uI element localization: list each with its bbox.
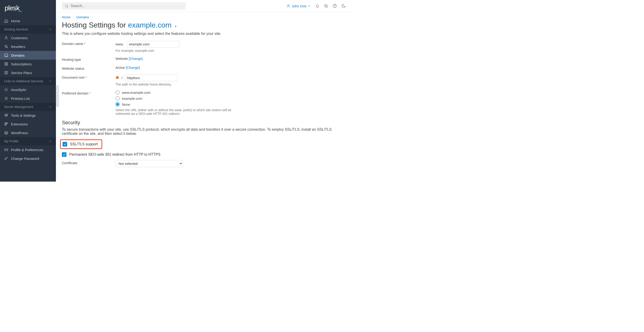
- cloud-off-icon[interactable]: [324, 4, 328, 8]
- sidebar-item-tools[interactable]: Tools & Settings: [0, 111, 56, 120]
- radio-checked-icon: [116, 102, 120, 106]
- sidebar-item-label: Process List: [11, 97, 30, 100]
- hosting-type-label: Hosting type: [62, 57, 116, 62]
- sidebar-item-resellers[interactable]: Resellers: [0, 42, 56, 51]
- sidebar: plesk Home Hosting Services Customers Re…: [0, 0, 56, 182]
- sidebar-item-wordpress[interactable]: WordPress: [0, 128, 56, 137]
- doc-root-input[interactable]: [125, 75, 178, 81]
- moon-icon[interactable]: [341, 4, 346, 8]
- svg-point-30: [335, 7, 335, 7]
- chevron-right-icon: [91, 15, 93, 19]
- sidebar-item-label: WordPress: [11, 131, 28, 135]
- doc-root-label: Document root*: [62, 75, 116, 79]
- ssl-support-checkbox-row[interactable]: SSL/TLS support: [62, 142, 98, 147]
- sidebar-section-profile[interactable]: My Profile: [0, 137, 56, 145]
- checkbox-checked-icon: [62, 152, 66, 157]
- sidebar-item-imunify[interactable]: ImunifyAV: [0, 85, 56, 94]
- sidebar-item-customers[interactable]: Customers: [0, 34, 56, 42]
- domain-name-hint: For example, example.com: [116, 49, 235, 53]
- page-title: Hosting Settings for example.com ▾: [62, 21, 346, 29]
- preferred-option-none[interactable]: None: [116, 102, 346, 106]
- bell-icon[interactable]: [315, 4, 320, 8]
- chevron-up-icon: [48, 80, 52, 83]
- sliders-icon: [4, 113, 8, 117]
- user-menu[interactable]: John Doe: [286, 4, 311, 8]
- crown-icon: [4, 148, 8, 152]
- sidebar-item-label: Change Password: [11, 157, 39, 161]
- radio-label: None: [122, 103, 130, 106]
- sidebar-section-label: My Profile: [4, 139, 18, 143]
- sidebar-item-domains[interactable]: Domains: [0, 51, 56, 60]
- sidebar-section-label: Hosting Services: [4, 28, 28, 31]
- hosting-type-change-link[interactable]: [Change]: [129, 57, 143, 61]
- chevron-down-icon[interactable]: ▾: [175, 25, 176, 28]
- svg-point-24: [5, 158, 6, 160]
- person-icon: [4, 36, 8, 40]
- website-status-label: Website status: [62, 66, 116, 70]
- sidebar-section-label: Links to Additional Services: [4, 79, 43, 83]
- chevron-down-icon: [308, 4, 311, 8]
- sidebar-item-label: Profile & Preferences: [11, 148, 44, 152]
- page-title-domain[interactable]: example.com: [128, 21, 172, 29]
- svg-rect-6: [5, 63, 6, 64]
- svg-point-0: [6, 37, 7, 38]
- sidebar-section-server[interactable]: Server Management: [0, 103, 56, 111]
- sidebar-item-profile-prefs[interactable]: Profile & Preferences: [0, 145, 56, 154]
- sidebar-item-subscriptions[interactable]: Subscriptions: [0, 60, 56, 68]
- domain-prefix: www.: [116, 42, 124, 46]
- preferred-hint: Select the URL (either with or without t…: [116, 108, 235, 116]
- book-icon: [4, 71, 8, 75]
- wordpress-icon: [4, 131, 8, 135]
- sidebar-item-label: Customers: [11, 36, 28, 40]
- doc-root-hint: The path to the website home directory.: [116, 83, 235, 86]
- brand-logo[interactable]: plesk: [0, 0, 56, 17]
- sidebar-item-process-list[interactable]: Process List: [0, 94, 56, 103]
- percent-icon: [4, 45, 8, 49]
- domain-name-input[interactable]: [127, 41, 180, 48]
- breadcrumb-domains[interactable]: Domains: [76, 15, 89, 19]
- breadcrumb-home[interactable]: Home: [62, 15, 70, 19]
- help-icon[interactable]: [332, 4, 337, 8]
- blocks-icon: [4, 122, 8, 126]
- sidebar-item-home[interactable]: Home: [0, 17, 56, 25]
- certificate-select[interactable]: Not selected: [116, 160, 183, 167]
- redirect-checkbox-row[interactable]: Permanent SEO-safe 301 redirect from HTT…: [62, 152, 346, 157]
- website-status-change-link[interactable]: [Change]: [126, 66, 140, 70]
- svg-line-1: [5, 45, 8, 48]
- sidebar-section-label: Server Management: [4, 105, 33, 109]
- svg-point-27: [288, 5, 289, 6]
- sidebar-item-change-password[interactable]: Change Password: [0, 154, 56, 163]
- radio-icon: [116, 96, 120, 100]
- preferred-option-www[interactable]: www.example.com: [116, 90, 346, 95]
- doc-root-slash: /: [122, 76, 122, 80]
- chevron-up-icon: [48, 105, 52, 108]
- sidebar-section-hosting[interactable]: Hosting Services: [0, 25, 56, 34]
- search-input[interactable]: [69, 4, 183, 8]
- website-status-value: Active: [116, 66, 125, 70]
- radio-label: www.example.com: [122, 91, 150, 95]
- list-icon: [4, 96, 8, 100]
- domain-name-label: Domain name*: [62, 41, 116, 46]
- sidebar-section-additional[interactable]: Links to Additional Services: [0, 77, 56, 85]
- search-box[interactable]: [62, 2, 186, 10]
- sidebar-item-label: ImunifyAV: [11, 88, 26, 92]
- page-title-prefix: Hosting Settings for: [62, 21, 128, 29]
- home-folder-icon[interactable]: [116, 76, 119, 79]
- ssl-support-label: SSL/TLS support: [70, 142, 98, 146]
- sidebar-item-extensions[interactable]: Extensions: [0, 120, 56, 128]
- preferred-option-plain[interactable]: example.com: [116, 96, 346, 100]
- key-icon: [4, 156, 8, 161]
- sidebar-item-label: Tools & Settings: [11, 114, 36, 117]
- security-heading: Security: [62, 120, 346, 126]
- preferred-domain-label: Preferred domain*: [62, 90, 116, 95]
- svg-rect-21: [6, 123, 8, 124]
- hosting-type-value: Website: [116, 57, 128, 61]
- sidebar-item-service-plans[interactable]: Service Plans: [0, 68, 56, 77]
- sidebar-item-label: Service Plans: [11, 71, 32, 75]
- monitor-icon: [4, 53, 8, 57]
- sidebar-collapse-handle[interactable]: [56, 85, 59, 107]
- svg-point-25: [65, 5, 68, 7]
- chevron-up-icon: [48, 28, 52, 31]
- svg-rect-8: [5, 65, 6, 66]
- sidebar-item-label: Extensions: [11, 122, 28, 126]
